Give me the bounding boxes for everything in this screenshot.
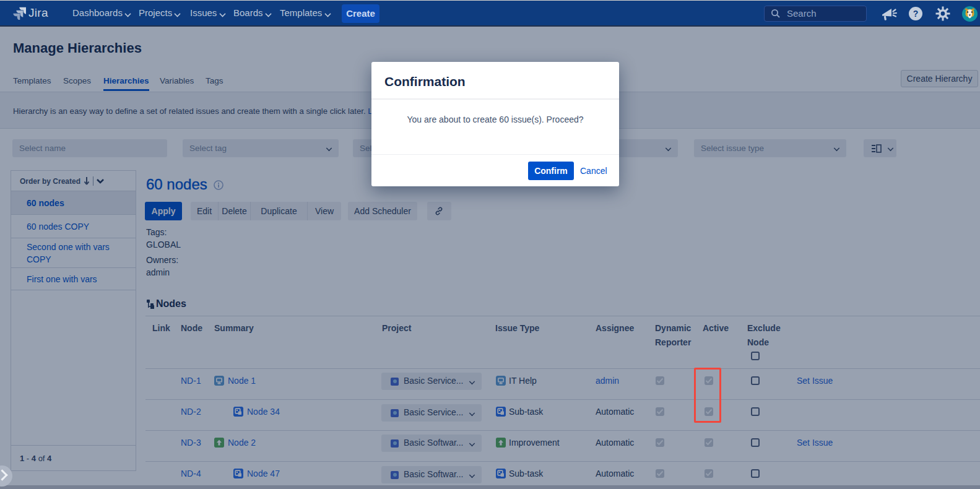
svg-text:?: ?	[913, 9, 919, 19]
